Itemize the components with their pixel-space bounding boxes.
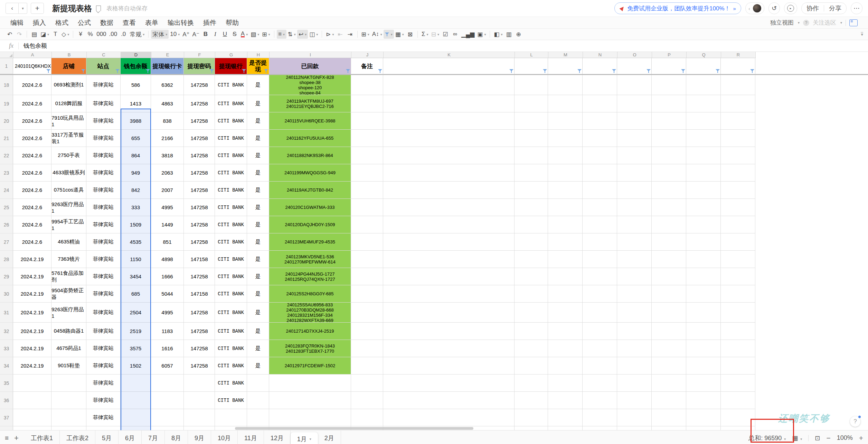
row-header-29[interactable]: 29 [0, 268, 13, 285]
cell-empty[interactable] [583, 409, 617, 426]
cell-empty[interactable] [721, 251, 755, 268]
cell-password[interactable]: 147258 [184, 340, 215, 357]
cell-shop[interactable]: 3317万圣节服装1 [51, 130, 86, 147]
cell-empty[interactable] [351, 268, 383, 285]
header-cell-H[interactable]: 是否提现 [247, 58, 269, 74]
row-header-33[interactable]: 33 [0, 340, 13, 357]
cell-date[interactable]: 2024.2.19 [13, 303, 51, 323]
cell-empty[interactable] [652, 374, 686, 392]
cell-bank[interactable]: CITI BANK [215, 392, 247, 409]
cell-wallet-balance[interactable] [121, 374, 151, 392]
cell-empty[interactable] [583, 95, 617, 112]
help-hint-icon[interactable]: ? [803, 20, 809, 26]
filter-icon[interactable] [210, 69, 214, 73]
cell-received[interactable] [269, 374, 351, 392]
thousands-button[interactable]: 000 [95, 30, 107, 39]
cell-empty[interactable] [351, 112, 383, 130]
cell-shop[interactable]: 0693检测剂1 [51, 75, 86, 95]
cell-empty[interactable] [548, 164, 583, 182]
header-cell-A[interactable]: 240101Q6KHDX4 [13, 58, 51, 74]
cell-bank-card[interactable]: 1449 [151, 216, 184, 233]
cell-withdrawn[interactable]: 是 [247, 285, 269, 303]
header-cell-K[interactable] [383, 58, 515, 74]
cell-empty[interactable] [652, 75, 686, 95]
filter-icon[interactable] [346, 69, 350, 73]
cell-empty[interactable] [383, 164, 515, 182]
export-button[interactable]: ▥ [504, 30, 514, 39]
cell-password[interactable]: 147258 [184, 130, 215, 147]
cell-site[interactable]: 菲律宾站 [86, 112, 121, 130]
sheet-tab-8月[interactable]: 8月 [165, 431, 188, 444]
fill-color-button[interactable]: ▧▾ [249, 30, 261, 39]
cell-empty[interactable] [351, 147, 383, 164]
font-color-button[interactable]: A▾ [239, 30, 249, 39]
cell-empty[interactable] [686, 95, 721, 112]
cell-empty[interactable] [617, 285, 652, 303]
cell-bank[interactable]: CITI BANK [215, 130, 247, 147]
cell-empty[interactable] [351, 323, 383, 340]
header-cell-N[interactable] [583, 58, 617, 74]
new-document-button[interactable]: + [31, 3, 44, 14]
cell-password[interactable]: 147258 [184, 199, 215, 216]
cell-empty[interactable] [351, 130, 383, 147]
row-header-35[interactable]: 35 [0, 374, 13, 392]
cell-empty[interactable] [515, 95, 548, 112]
cell-bank-card[interactable]: 1183 [151, 323, 184, 340]
cell-password[interactable]: 147258 [184, 182, 215, 199]
column-header-R[interactable]: R [721, 52, 756, 58]
independent-view-button[interactable]: 独立视图 [770, 19, 794, 27]
cell-bank[interactable]: CITI BANK [215, 75, 247, 95]
cell-empty[interactable] [721, 409, 755, 426]
back-dropdown-button[interactable]: ▾ [19, 3, 27, 14]
cell-empty[interactable] [686, 357, 721, 374]
cell-bank-card[interactable]: 2166 [151, 130, 184, 147]
percent-button[interactable]: % [85, 30, 95, 39]
cell-empty[interactable] [383, 182, 515, 199]
sheet-list-icon[interactable]: ≡ [5, 434, 9, 442]
cell-bank[interactable]: CITI BANK [215, 147, 247, 164]
cell-empty[interactable] [548, 75, 583, 95]
cell-empty[interactable] [652, 216, 686, 233]
cell-empty[interactable] [351, 251, 383, 268]
cell-date[interactable]: 2024.2.6 [13, 199, 51, 216]
cell-empty[interactable] [383, 374, 515, 392]
filter-icon[interactable] [115, 69, 120, 73]
present-button[interactable]: ▸ [784, 2, 797, 14]
cell-received[interactable]: 240119AKJTGTB0-842 [269, 182, 351, 199]
avatar-group[interactable]: ‹ [745, 2, 764, 14]
share-button[interactable]: 分享 [829, 4, 841, 12]
cell-bank-card[interactable]: 2007 [151, 182, 184, 199]
header-cell-L[interactable] [515, 58, 548, 74]
cell-shop[interactable]: 0458路由器1 [51, 323, 86, 340]
cell-empty[interactable] [583, 285, 617, 303]
cell-empty[interactable] [515, 112, 548, 130]
cell-empty[interactable] [583, 182, 617, 199]
cell-empty[interactable] [617, 164, 652, 182]
cell-password[interactable]: 147258 [184, 357, 215, 374]
cell-wallet-balance[interactable]: 1502 [121, 357, 151, 374]
cell-site[interactable]: 菲律宾站 [86, 164, 121, 182]
cell-empty[interactable] [548, 285, 583, 303]
bookmark-icon[interactable] [96, 6, 101, 11]
header-cell-C[interactable]: 站点 [86, 58, 121, 74]
cell-empty[interactable] [548, 95, 583, 112]
cell-wallet-balance[interactable]: 1150 [121, 251, 151, 268]
cell-empty[interactable] [617, 182, 652, 199]
cell-bank-card[interactable]: 6362 [151, 75, 184, 95]
cell-withdrawn[interactable]: 是 [247, 233, 269, 251]
cell-bank-card[interactable]: 1616 [151, 340, 184, 357]
cell-empty[interactable] [383, 95, 515, 112]
cell-wallet-balance[interactable]: 2519 [121, 323, 151, 340]
cell-site[interactable]: 菲律宾站 [86, 340, 121, 357]
cell-empty[interactable] [548, 147, 583, 164]
cell-empty[interactable] [721, 374, 755, 392]
cell-empty[interactable] [515, 147, 548, 164]
menu-item-查看[interactable]: 查看 [123, 18, 136, 27]
column-header-B[interactable]: B [52, 52, 87, 58]
cell-empty[interactable] [686, 233, 721, 251]
cell-site[interactable]: 菲律宾站 [86, 357, 121, 374]
cell-password[interactable]: 147158 [184, 251, 215, 268]
cell-empty[interactable] [617, 340, 652, 357]
sheet-tab-7月[interactable]: 7月 [142, 431, 165, 444]
cell-date[interactable]: 2024.2.6 [13, 130, 51, 147]
